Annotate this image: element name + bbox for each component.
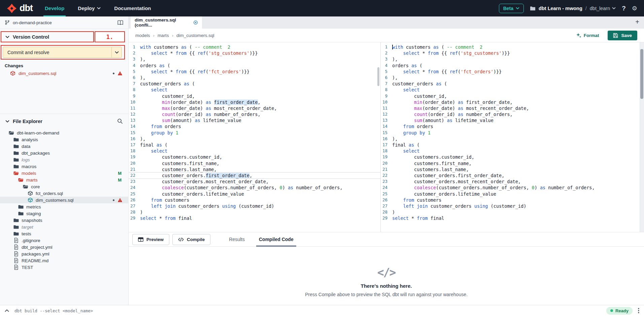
tree-item-marts[interactable]: martsM — [0, 176, 128, 183]
dbt-logo-text: dbt — [20, 3, 33, 13]
tree-item-dim-customers-sql[interactable]: dim_customers.sql — [0, 197, 128, 203]
line-number: 8 — [381, 87, 392, 93]
save-button[interactable]: Save — [608, 31, 637, 40]
nav-deploy[interactable]: Deploy — [78, 0, 101, 16]
code-line: 20 customers.first_name, — [381, 160, 644, 166]
empty-state-title: There's nothing here. — [129, 283, 644, 289]
folder-icon — [13, 231, 19, 236]
breadcrumb-models[interactable]: models — [135, 33, 150, 38]
tree-item-label: data — [22, 144, 30, 149]
line-number: 16 — [381, 136, 392, 142]
tree-item-packages-yml[interactable]: packages.yml — [0, 250, 128, 257]
chevron-down-icon — [5, 36, 9, 38]
tree-item-macros[interactable]: macros — [0, 163, 128, 170]
tree-item-logs[interactable]: logs — [0, 156, 128, 163]
chevron-down-icon — [97, 7, 101, 9]
code-line: 29select * from final — [381, 215, 644, 221]
tab-results[interactable]: Results — [229, 232, 245, 247]
code-line: 9 customer_id, — [381, 93, 644, 99]
file-explorer-header[interactable]: File Explorer — [0, 114, 128, 128]
tree-item-snapshots[interactable]: snapshots — [0, 217, 128, 224]
line-number: 2 — [381, 50, 392, 56]
environment-dropdown[interactable]: dbt_learn — [590, 6, 616, 11]
tree-item-readme-md[interactable]: README.md — [0, 257, 128, 264]
editor-pane-left[interactable]: 1with customers as ( -- comment 22 selec… — [129, 42, 381, 232]
code-line: 20 customers.first_name, — [129, 160, 380, 166]
code-line: 23 customer_orders.most_recent_order_dat… — [129, 179, 380, 185]
breadcrumb-file[interactable]: dim_customers.sql — [176, 33, 214, 38]
code-line: 11 max(order_date) as most_recent_order_… — [381, 105, 644, 111]
command-input[interactable]: dbt build --select <model_name> — [14, 308, 93, 313]
chevron-up-icon[interactable] — [5, 309, 9, 312]
breadcrumb-separator: › — [153, 33, 155, 38]
folder-open-icon — [18, 177, 24, 183]
commit-and-resolve-button[interactable]: Commit and resolve — [3, 47, 122, 58]
line-number: 15 — [129, 130, 140, 136]
modified-dot-icon — [113, 199, 114, 201]
model-cube-icon — [10, 71, 15, 76]
line-number: 26 — [129, 197, 140, 203]
beta-dropdown[interactable]: Beta — [499, 4, 524, 13]
compile-button[interactable]: Compile — [172, 234, 210, 245]
code-line: 19 customers.customer_id, — [381, 154, 644, 160]
kebab-menu-icon[interactable] — [638, 308, 639, 313]
tree-item-dbt-packages[interactable]: dbt_packages — [0, 150, 128, 156]
help-icon[interactable]: ? — [622, 5, 626, 12]
new-tab-button[interactable]: + — [635, 18, 639, 26]
commit-dropdown-chevron[interactable] — [111, 47, 122, 57]
tree-item-dbt-project-yml[interactable]: dbt_project.yml — [0, 244, 128, 250]
code-line: 1with customers as ( -- comment 2 — [381, 44, 644, 50]
tree-item-label: models — [22, 171, 36, 176]
line-number: 9 — [381, 93, 392, 99]
tree-item--gitignore[interactable]: .gitignore — [0, 237, 128, 244]
tree-item-tests[interactable]: tests — [0, 230, 128, 237]
tree-item-staging[interactable]: staging — [0, 210, 128, 217]
scrollbar-thumb[interactable] — [640, 49, 643, 99]
code-line: 26 from customers — [129, 197, 380, 203]
tree-item-label: analysis — [22, 137, 38, 142]
tree-item-label: dbt-learn-on-demand — [17, 130, 59, 135]
code-line: 16), — [129, 136, 380, 142]
code-line: 4orders as ( — [129, 63, 380, 69]
conflict-warning-icon — [117, 198, 123, 202]
line-number: 19 — [129, 154, 140, 160]
folder-icon — [13, 150, 19, 156]
line-number: 21 — [129, 166, 140, 172]
gear-icon[interactable]: ⚙ — [632, 5, 637, 12]
version-control-header[interactable]: Version Control — [0, 31, 128, 42]
changed-file-row[interactable]: dim_customers.sql — [0, 69, 128, 77]
code-line: 28) — [129, 209, 380, 215]
tree-item-models[interactable]: modelsM — [0, 170, 128, 176]
code-icon: </> — [129, 266, 644, 279]
tree-item-dbt-learn-on-demand[interactable]: dbt-learn-on-demand — [0, 129, 128, 136]
tree-item-core[interactable]: core — [0, 183, 128, 190]
tree-item-analysis[interactable]: analysis — [0, 136, 128, 143]
nav-documentation[interactable]: Documentation — [114, 0, 151, 16]
tab-compiled-code[interactable]: Compiled Code — [259, 232, 294, 247]
nav-develop[interactable]: Develop — [45, 0, 64, 16]
format-button[interactable]: Format — [576, 33, 599, 38]
editor-pane-right[interactable]: 1with customers as ( -- comment 22 selec… — [381, 42, 644, 232]
dbt-logo[interactable]: dbt — [7, 3, 33, 13]
breadcrumb-marts[interactable]: marts — [158, 33, 169, 38]
code-line: 18 select — [381, 148, 644, 154]
account-name[interactable]: dbt Learn - mwong — [539, 6, 582, 11]
line-number: 29 — [129, 215, 140, 221]
code-line: 14 from orders — [381, 123, 644, 129]
code-line: 12 count(order_id) as number_of_orders, — [129, 111, 380, 117]
tree-item-label: macros — [22, 164, 36, 169]
branch-name[interactable]: on-demand-practice — [13, 20, 52, 25]
tree-item-test[interactable]: TEST — [0, 264, 128, 271]
book-icon[interactable] — [117, 20, 124, 25]
code-line: 19 customers.customer_id, — [129, 154, 380, 160]
tree-item-metrics[interactable]: metrics — [0, 203, 128, 210]
tab-dim-customers[interactable]: dim_customers.sql (confli... — [131, 16, 202, 29]
tree-item-fct-orders-sql[interactable]: fct_orders.sql — [0, 190, 128, 197]
preview-button[interactable]: Preview — [132, 234, 169, 245]
scrollbar-thumb[interactable] — [377, 67, 379, 86]
scrollbar-track[interactable] — [640, 42, 644, 232]
tree-item-data[interactable]: data — [0, 143, 128, 150]
line-number: 25 — [129, 191, 140, 197]
tree-item-target[interactable]: target — [0, 224, 128, 230]
search-icon[interactable] — [117, 118, 123, 124]
